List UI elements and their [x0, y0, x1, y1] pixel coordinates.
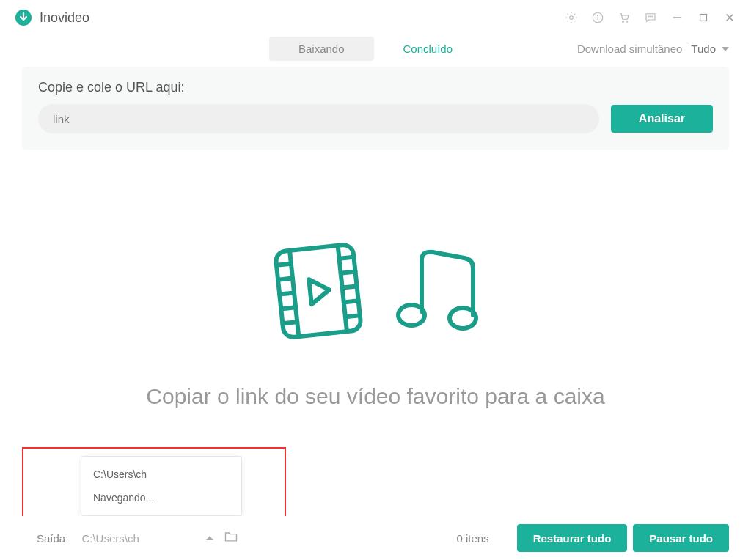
footer-bar: Saída: C:\Users\ch 0 itens Restaurar tud…: [0, 516, 751, 560]
svg-line-19: [279, 292, 294, 294]
url-label: Copie e cole o URL aqui:: [38, 80, 713, 95]
svg-line-18: [278, 279, 293, 280]
app-logo-icon: [15, 9, 32, 26]
close-icon[interactable]: [723, 11, 736, 24]
svg-point-9: [652, 16, 653, 17]
music-note-icon: [385, 242, 488, 340]
svg-line-23: [341, 272, 356, 273]
svg-point-1: [570, 16, 574, 20]
svg-line-25: [344, 301, 359, 302]
info-icon[interactable]: [591, 11, 604, 24]
items-count: 0 itens: [456, 532, 488, 545]
output-path-text: C:\Users\ch: [81, 532, 139, 545]
url-input[interactable]: [38, 104, 599, 133]
tabs-row: Baixando Concluído Download simultâneo T…: [0, 35, 751, 62]
svg-point-7: [648, 16, 649, 17]
output-label: Saída:: [37, 532, 68, 545]
svg-point-6: [626, 21, 628, 22]
simultaneous-select[interactable]: Tudo: [691, 43, 729, 55]
url-row: Analisar: [38, 104, 713, 133]
empty-state: Copiar o link do seu vídeo favorito para…: [0, 154, 751, 409]
maximize-icon[interactable]: [697, 11, 710, 24]
tab-downloading[interactable]: Baixando: [269, 37, 374, 61]
dropdown-item-browse[interactable]: Navegando...: [81, 486, 241, 509]
folder-icon[interactable]: [224, 529, 238, 547]
tab-completed[interactable]: Concluído: [374, 37, 483, 61]
svg-line-22: [340, 257, 354, 259]
url-section: Copie e cole o URL aqui: Analisar: [22, 67, 729, 150]
svg-line-20: [281, 307, 296, 309]
svg-line-24: [342, 286, 357, 287]
tabs: Baixando Concluído: [269, 37, 482, 61]
cart-icon[interactable]: [618, 11, 631, 24]
settings-icon[interactable]: [565, 11, 578, 24]
analyze-button[interactable]: Analisar: [611, 105, 713, 133]
video-clip-icon: [263, 235, 373, 347]
chevron-up-icon: [206, 536, 213, 540]
svg-point-4: [597, 15, 598, 15]
svg-line-26: [345, 315, 360, 317]
simultaneous-download-group: Download simultâneo Tudo: [577, 43, 729, 55]
pause-all-button[interactable]: Pausar tudo: [633, 524, 729, 552]
svg-line-21: [282, 322, 297, 323]
simultaneous-value: Tudo: [691, 43, 716, 55]
titlebar-controls: [565, 11, 736, 24]
svg-line-17: [276, 264, 291, 265]
svg-rect-11: [700, 15, 707, 21]
svg-point-28: [450, 308, 476, 328]
svg-point-8: [651, 16, 651, 17]
chat-icon[interactable]: [644, 11, 657, 24]
app-title: Inovideo: [40, 10, 89, 26]
empty-message: Copiar o link do seu vídeo favorito para…: [146, 384, 604, 409]
minimize-icon[interactable]: [670, 11, 684, 24]
empty-illustration: [263, 235, 488, 347]
dropdown-item-path[interactable]: C:\Users\ch: [81, 463, 241, 486]
svg-point-27: [398, 305, 425, 325]
simultaneous-label: Download simultâneo: [577, 43, 682, 55]
chevron-down-icon: [722, 47, 729, 51]
titlebar: Inovideo: [0, 0, 751, 35]
svg-point-5: [623, 21, 624, 22]
output-path-dropdown: C:\Users\ch Navegando...: [81, 456, 242, 516]
output-path-select[interactable]: C:\Users\ch: [81, 532, 213, 545]
restore-all-button[interactable]: Restaurar tudo: [517, 524, 628, 552]
